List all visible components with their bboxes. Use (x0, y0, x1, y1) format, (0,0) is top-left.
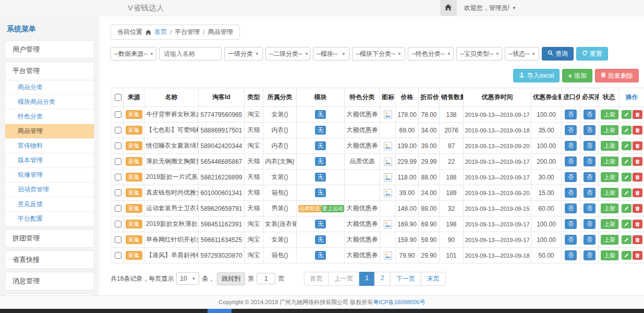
delete-button[interactable] (633, 220, 642, 228)
row-checkbox[interactable] (115, 174, 121, 180)
sidebar-item-8[interactable]: 轮播管理 (5, 168, 94, 183)
delete-button[interactable] (633, 157, 642, 166)
import-select-toggle[interactable]: 否 (565, 125, 577, 135)
page-button-next[interactable]: 下一页 (390, 272, 421, 286)
import-select-toggle[interactable]: 否 (565, 141, 577, 150)
reset-button[interactable]: 重置 (576, 47, 608, 61)
status-button[interactable]: 上架 (601, 235, 618, 244)
sidebar-item-6[interactable]: 宣传物料 (5, 139, 94, 153)
filter-select-0[interactable]: --数据来源--▼ (111, 47, 156, 61)
delete-button[interactable] (633, 110, 642, 119)
must-buy-toggle[interactable]: 否 (584, 125, 596, 135)
filter-select-7[interactable]: --状态--▼ (505, 47, 539, 61)
must-buy-toggle[interactable]: 否 (584, 141, 596, 150)
per-page-select[interactable]: 10 ▼ (176, 272, 199, 285)
delete-button[interactable] (633, 126, 642, 135)
sidebar-item-0[interactable]: 用户管理 (5, 40, 94, 59)
page-button-first[interactable]: 首页 (303, 272, 329, 286)
home-button[interactable] (440, 0, 457, 16)
breadcrumb-item[interactable]: 平台管理 (175, 28, 200, 37)
page-button-last[interactable]: 末页 (421, 272, 446, 286)
edit-button[interactable] (622, 251, 631, 260)
name-search-input[interactable] (159, 47, 222, 61)
sidebar-item-11[interactable]: 平台配置 (5, 212, 94, 226)
page-button-prev[interactable]: 上一页 (328, 272, 359, 286)
must-buy-toggle[interactable]: 否 (584, 203, 596, 213)
row-checkbox[interactable] (115, 127, 121, 134)
user-menu[interactable]: 欢迎您，管理员! ▼ (464, 4, 516, 13)
row-checkbox[interactable] (115, 158, 121, 165)
add-button[interactable]: + 添加 (562, 69, 592, 82)
select-all-checkbox[interactable] (115, 94, 121, 101)
sidebar-item-13[interactable]: 省直快报 (5, 250, 94, 269)
status-button[interactable]: 上架 (601, 250, 618, 260)
filter-select-5[interactable]: --特色分类--▼ (408, 47, 454, 61)
filter-select-6[interactable]: --宝贝类型--▼ (456, 47, 502, 61)
edit-button[interactable] (622, 188, 631, 197)
row-checkbox[interactable] (115, 221, 121, 227)
delete-button[interactable] (633, 251, 642, 260)
sidebar-item-7[interactable]: 版本管理 (5, 153, 94, 168)
sidebar-item-9[interactable]: 启动页管理 (5, 183, 94, 197)
search-button[interactable]: 查询 (542, 47, 574, 61)
import-select-toggle[interactable]: 否 (565, 203, 577, 213)
status-button[interactable]: 上架 (601, 110, 618, 119)
breadcrumb-home-link[interactable]: 首页 (154, 28, 167, 37)
status-button[interactable]: 上架 (601, 141, 618, 150)
import-excel-button[interactable]: 导入excel (513, 69, 560, 82)
row-checkbox[interactable] (115, 142, 121, 149)
edit-button[interactable] (622, 204, 631, 213)
must-buy-toggle[interactable]: 否 (584, 235, 596, 244)
sidebar-item-3[interactable]: 模块商品分类 (5, 95, 94, 110)
sidebar-item-4[interactable]: 特色分类 (5, 110, 94, 124)
must-buy-toggle[interactable]: 否 (584, 156, 596, 166)
row-checkbox[interactable] (115, 252, 121, 259)
filter-select-2[interactable]: --二级分类--▼ (265, 47, 310, 61)
delete-button[interactable] (633, 141, 642, 150)
import-select-toggle[interactable]: 否 (565, 156, 577, 166)
edit-button[interactable] (622, 173, 631, 182)
edit-button[interactable] (622, 235, 631, 244)
must-buy-toggle[interactable]: 否 (584, 188, 596, 197)
status-button[interactable]: 上架 (601, 219, 618, 228)
row-checkbox[interactable] (115, 205, 121, 212)
import-select-toggle[interactable]: 否 (565, 110, 577, 119)
icp-link[interactable]: 粤ICP备16098006号 (373, 298, 425, 306)
page-button-page-2[interactable]: 2 (374, 272, 391, 286)
import-select-toggle[interactable]: 否 (565, 172, 577, 182)
edit-button[interactable] (622, 110, 631, 119)
sidebar-item-14[interactable]: 消息管理 (5, 272, 94, 291)
row-checkbox[interactable] (115, 111, 121, 118)
status-button[interactable]: 上架 (601, 203, 618, 213)
sidebar-item-10[interactable]: 意见反馈 (5, 197, 94, 212)
must-buy-toggle[interactable]: 否 (584, 110, 596, 119)
delete-button[interactable] (633, 204, 642, 213)
must-buy-toggle[interactable]: 否 (584, 219, 596, 228)
status-button[interactable]: 上架 (601, 188, 618, 197)
sidebar-item-12[interactable]: 拼团管理 (5, 229, 94, 248)
import-select-toggle[interactable]: 否 (565, 235, 577, 244)
sidebar-item-5[interactable]: 商品管理 (5, 124, 94, 139)
scrollbar-thumb[interactable] (208, 309, 232, 313)
status-button[interactable]: 上架 (601, 125, 618, 135)
delete-button[interactable] (633, 235, 642, 244)
import-select-toggle[interactable]: 否 (565, 219, 577, 228)
bottom-scrollbar[interactable] (0, 309, 644, 313)
status-button[interactable]: 上架 (601, 156, 618, 166)
batch-delete-button[interactable]: 批量删除 (595, 69, 639, 82)
jump-button[interactable]: 跳转到 (217, 272, 245, 285)
status-button[interactable]: 上架 (601, 172, 618, 182)
row-checkbox[interactable] (115, 189, 121, 196)
sidebar-item-2[interactable]: 商品分类 (5, 80, 94, 95)
must-buy-toggle[interactable]: 否 (584, 172, 596, 182)
import-select-toggle[interactable]: 否 (565, 250, 577, 260)
delete-button[interactable] (633, 173, 642, 182)
delete-button[interactable] (633, 188, 642, 197)
edit-button[interactable] (622, 220, 631, 228)
edit-button[interactable] (622, 126, 631, 135)
filter-select-1[interactable]: 一级分类▼ (224, 47, 263, 61)
sidebar-item-1[interactable]: 平台管理 (5, 62, 94, 80)
filter-select-3[interactable]: --模块--▼ (313, 47, 349, 61)
must-buy-toggle[interactable]: 否 (584, 250, 596, 260)
page-button-page-1[interactable]: 1 (359, 272, 375, 286)
